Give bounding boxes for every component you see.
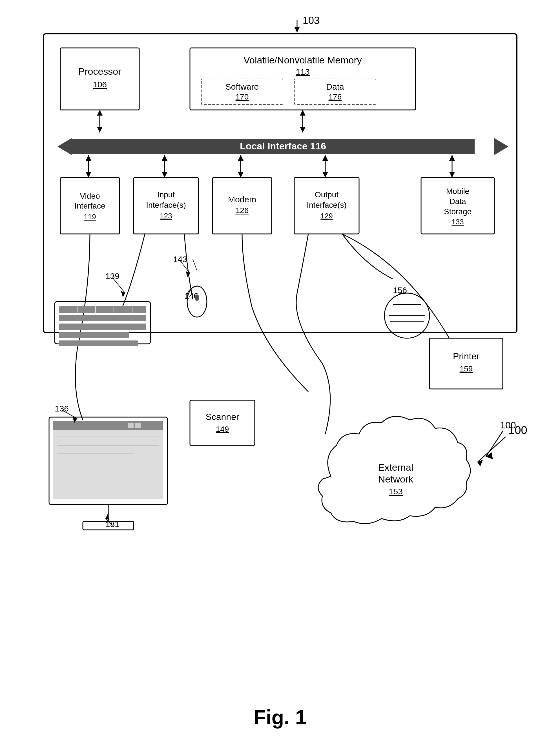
svg-marker-3 (97, 110, 103, 116)
modem-label: Modem (228, 195, 256, 204)
diagram-wrapper: 103 Processor 106 Volatile/Nonvolatile M… (26, 11, 534, 729)
processor-label: Processor (78, 66, 121, 77)
monitor-max-btn (135, 423, 141, 428)
scanner-box (190, 400, 255, 445)
input-interfaces-label2: Interface(s) (146, 201, 186, 209)
svg-marker-7 (300, 127, 306, 132)
svg-marker-9 (86, 155, 91, 161)
keyboard-top-row (59, 306, 146, 313)
output-interfaces-label2: Interface(s) (307, 201, 347, 209)
ref-143: 143 (173, 254, 187, 264)
input-to-keyboard-line (122, 234, 145, 307)
data-number: 176 (328, 92, 342, 101)
external-network-label2: Network (378, 474, 413, 484)
mobile-storage-number: 133 (451, 218, 464, 226)
video-interface-label: Video (80, 192, 100, 200)
mobile-storage-label1: Mobile (446, 187, 469, 196)
processor-number: 106 (92, 80, 107, 89)
mobile-storage-label2: Data (449, 197, 466, 206)
keyboard-row3 (59, 324, 146, 330)
svg-marker-24 (477, 459, 483, 466)
video-interface-number: 119 (84, 213, 96, 221)
svg-marker-10 (86, 172, 91, 178)
local-interface-right-arrow (494, 138, 508, 155)
monitor-title-bar (53, 421, 163, 430)
svg-marker-1 (294, 27, 300, 32)
external-network-label1: External (378, 462, 413, 473)
printer-box (430, 338, 503, 389)
output-to-speaker-line (342, 234, 393, 279)
svg-marker-22 (449, 172, 455, 178)
svg-line-44 (486, 431, 503, 457)
keyboard-row4 (59, 332, 129, 338)
outer-box-number: 103 (303, 15, 320, 26)
modem-to-network-line (242, 234, 308, 392)
keyboard-row2 (59, 315, 146, 321)
memory-label: Volatile/Nonvolatile Memory (244, 55, 362, 65)
svg-marker-12 (162, 155, 167, 161)
video-interface-label2: Interface (74, 202, 105, 210)
mouse-wheel (195, 295, 199, 301)
software-label: Software (225, 82, 258, 91)
main-diagram-svg: 103 Processor 106 Volatile/Nonvolatile M… (26, 11, 534, 688)
svg-marker-19 (322, 172, 328, 178)
svg-line-34 (193, 259, 197, 271)
scanner-label: Scanner (205, 412, 239, 422)
software-number: 170 (235, 92, 249, 101)
output-to-network-line (296, 234, 330, 434)
monitor-screen-content (53, 421, 163, 499)
scanner-number: 149 (216, 425, 229, 433)
svg-marker-6 (300, 110, 306, 116)
modem-number: 126 (235, 206, 249, 215)
ref-139: 139 (105, 271, 119, 281)
ref-136-label: 136 (55, 404, 69, 413)
svg-marker-4 (97, 127, 103, 132)
memory-number: 113 (295, 67, 309, 76)
keyboard-spacebar (59, 340, 138, 346)
input-interfaces-label: Input (157, 190, 174, 199)
printer-number: 159 (459, 364, 473, 373)
local-interface-label: Local Interface 116 (240, 141, 326, 151)
svg-marker-18 (322, 155, 328, 161)
svg-marker-21 (449, 155, 455, 161)
svg-marker-16 (238, 172, 244, 178)
printer-label: Printer (453, 351, 479, 361)
svg-marker-15 (238, 155, 244, 161)
output-interfaces-number: 129 (320, 212, 333, 220)
svg-marker-26 (121, 291, 125, 297)
local-interface-left-arrow (57, 138, 72, 155)
figure-label: Fig. 1 (26, 706, 534, 729)
mobile-storage-label3: Storage (444, 207, 471, 216)
input-interfaces-number: 123 (160, 212, 172, 220)
external-network-number: 153 (388, 487, 402, 496)
data-label: Data (326, 82, 344, 91)
svg-marker-13 (162, 172, 167, 178)
modem-box (213, 178, 272, 234)
system-100-number: 100 (500, 420, 516, 430)
monitor-close-btn (128, 423, 134, 428)
processor-box (60, 48, 139, 110)
output-interfaces-label: Output (315, 190, 338, 199)
